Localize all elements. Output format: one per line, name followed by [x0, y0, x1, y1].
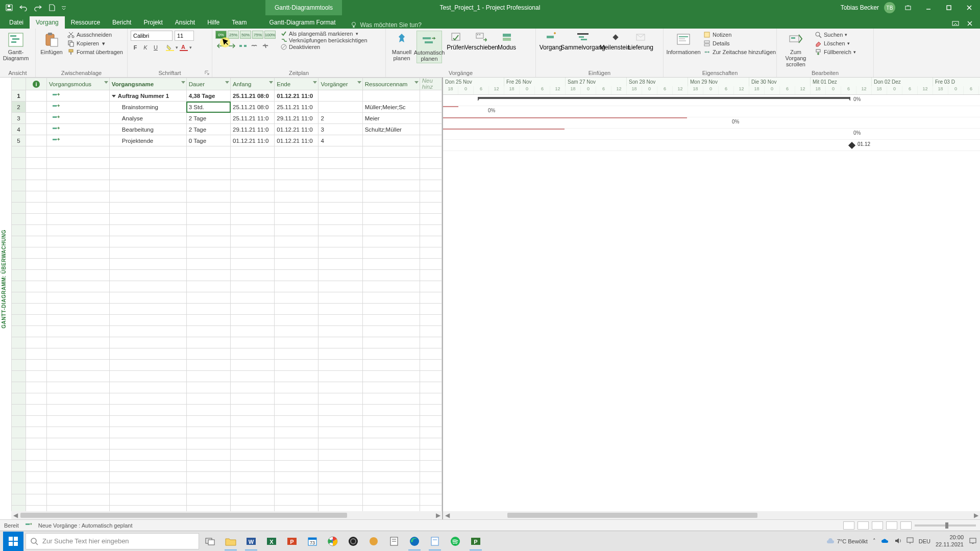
- bold-button[interactable]: F: [131, 43, 140, 52]
- resource-cell[interactable]: Schultz;Müller: [362, 124, 420, 135]
- task-name-cell[interactable]: Projektende: [109, 135, 186, 146]
- notes-button[interactable]: Notizen: [702, 31, 777, 39]
- tell-me-search[interactable]: Was möchten Sie tun?: [342, 21, 422, 29]
- table-row-empty[interactable]: [12, 236, 442, 247]
- project-button[interactable]: P: [467, 532, 485, 550]
- task-name-cell[interactable]: Analyse: [109, 113, 186, 124]
- obs-button[interactable]: [344, 532, 362, 550]
- cut-button[interactable]: Ausschneiden: [66, 31, 124, 39]
- table-row-empty[interactable]: [12, 438, 442, 449]
- table-row-empty[interactable]: [12, 337, 442, 348]
- weather-widget[interactable]: 7°C Bewölkt: [826, 537, 868, 545]
- table-row-empty[interactable]: [12, 427, 442, 438]
- timeline-day[interactable]: Die 30 Nov: [749, 78, 811, 86]
- clear-button[interactable]: Löschen ▾: [814, 39, 857, 47]
- onedrive-icon[interactable]: [881, 538, 889, 545]
- table-row[interactable]: 3Analyse2 Tage25.11.21 11:029.11.21 11:0…: [12, 113, 442, 124]
- info-header[interactable]: i: [26, 78, 47, 90]
- spotify-button[interactable]: [446, 532, 464, 550]
- end-cell[interactable]: 01.12.21 11:0: [275, 90, 318, 102]
- predecessors-cell[interactable]: [318, 90, 362, 102]
- table-horizontal-scrollbar[interactable]: ◀ ▶: [11, 511, 442, 519]
- ribbon-display-options-icon[interactable]: [900, 2, 916, 14]
- table-row-empty[interactable]: [12, 472, 442, 483]
- chevron-down-icon[interactable]: ▾: [189, 45, 192, 50]
- resource-cell[interactable]: [362, 135, 420, 146]
- save-icon[interactable]: [4, 3, 14, 13]
- timeline-day[interactable]: Sam 27 Nov: [566, 78, 627, 86]
- view-task-usage-button[interactable]: [857, 521, 869, 530]
- auto-schedule-button[interactable]: Automatisch planen: [416, 31, 442, 63]
- table-row[interactable]: 5Projektende0 Tage01.12.21 11:001.12.21 …: [12, 135, 442, 146]
- predecessors-cell[interactable]: 2: [318, 113, 362, 124]
- view-gantt-button[interactable]: [843, 521, 854, 530]
- close-icon[interactable]: [962, 2, 977, 14]
- tab-ansicht[interactable]: Ansicht: [169, 16, 201, 29]
- scroll-right-icon[interactable]: ▶: [972, 511, 980, 519]
- resources-header[interactable]: Ressourcennam: [362, 78, 420, 90]
- table-row-empty[interactable]: [12, 348, 442, 360]
- extra-cell[interactable]: [420, 113, 442, 124]
- font-name-select[interactable]: [131, 31, 173, 41]
- start-cell[interactable]: 25.11.21 08:0: [231, 102, 275, 113]
- end-cell[interactable]: 01.12.21 11:0: [275, 135, 318, 146]
- info-cell[interactable]: [26, 124, 47, 135]
- font-size-select[interactable]: [175, 31, 194, 41]
- duration-header[interactable]: Dauer: [186, 78, 230, 90]
- redo-icon[interactable]: [33, 3, 43, 13]
- details-button[interactable]: Details: [702, 39, 777, 47]
- timeline-day[interactable]: Son 28 Nov: [627, 78, 688, 86]
- split-task-button[interactable]: [238, 41, 248, 51]
- gantt-diagram-button[interactable]: Gantt- Diagramm: [3, 31, 29, 62]
- table-row-empty[interactable]: [12, 292, 442, 304]
- predecessors-cell[interactable]: 3: [318, 124, 362, 135]
- information-button[interactable]: Informationen: [667, 31, 700, 56]
- row-header[interactable]: 2: [12, 102, 26, 113]
- timeline-header[interactable]: Don 25 NovFre 26 NovSam 27 NovSon 28 Nov…: [443, 78, 980, 95]
- gantt-milestone[interactable]: [848, 142, 855, 149]
- table-row-empty[interactable]: [12, 494, 442, 506]
- view-report-button[interactable]: [900, 521, 912, 530]
- close-pane-icon[interactable]: [965, 18, 975, 29]
- name-header[interactable]: Vorgangsname: [109, 78, 186, 90]
- table-row[interactable]: 1Auftrag Nummer 14,38 Tage25.11.21 08:00…: [12, 90, 442, 102]
- gantt-body[interactable]: 0% 0% 0% 0% 01.12: [443, 95, 980, 519]
- calendar-button[interactable]: 73: [303, 532, 322, 550]
- deactivate-button[interactable]: Deaktivieren: [281, 44, 368, 50]
- table-row-empty[interactable]: [12, 461, 442, 472]
- collapse-ribbon-icon[interactable]: [950, 18, 961, 29]
- paste-button[interactable]: Einfügen: [39, 31, 64, 56]
- mode-cell[interactable]: [46, 90, 109, 102]
- extra-cell[interactable]: [420, 102, 442, 113]
- table-row[interactable]: 2Brainstorming3 Std.25.11.21 08:025.11.2…: [12, 102, 442, 113]
- timeline-day[interactable]: Mit 01 Dez: [811, 78, 872, 86]
- gantt-task-bar[interactable]: [443, 117, 687, 118]
- maximize-icon[interactable]: [941, 2, 957, 14]
- extra-cell[interactable]: [420, 135, 442, 146]
- timeline-day[interactable]: Don 02 Dez: [872, 78, 933, 86]
- predecessors-cell[interactable]: [318, 102, 362, 113]
- tab-gantt-format[interactable]: Gantt-Diagramm Format: [263, 16, 342, 29]
- qat-customize-icon[interactable]: [61, 3, 66, 13]
- dialog-launcher-icon[interactable]: [205, 70, 210, 75]
- select-all-header[interactable]: [12, 78, 26, 90]
- table-row-empty[interactable]: [12, 393, 442, 405]
- info-cell[interactable]: [26, 102, 47, 113]
- resource-cell[interactable]: Meier: [362, 113, 420, 124]
- milestone-button[interactable]: Meilenstein: [603, 31, 627, 52]
- table-row-empty[interactable]: [12, 180, 442, 191]
- start-cell[interactable]: 01.12.21 11:0: [231, 135, 275, 146]
- new-doc-icon[interactable]: [47, 3, 57, 13]
- notepad-button[interactable]: [426, 532, 444, 550]
- table-row-empty[interactable]: [12, 169, 442, 180]
- add-column-header[interactable]: Neu hinz: [420, 78, 442, 90]
- excel-button[interactable]: X: [262, 532, 281, 550]
- tab-vorgang[interactable]: Vorgang: [30, 16, 65, 29]
- info-cell[interactable]: [26, 113, 47, 124]
- row-header[interactable]: 3: [12, 113, 26, 124]
- info-cell[interactable]: [26, 135, 47, 146]
- app-button-1[interactable]: [364, 532, 383, 550]
- extra-cell[interactable]: [420, 124, 442, 135]
- fill-button[interactable]: Füllbereich ▾: [814, 48, 857, 56]
- row-header[interactable]: 1: [12, 90, 26, 102]
